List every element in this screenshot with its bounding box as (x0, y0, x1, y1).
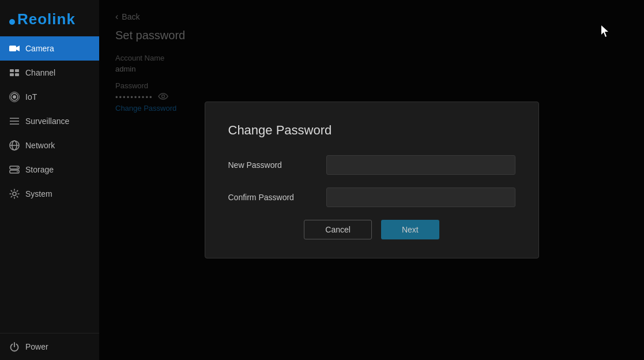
power-icon (9, 342, 20, 352)
confirm-password-input[interactable] (326, 187, 515, 207)
network-icon (9, 140, 20, 151)
confirm-password-label: Confirm Password (228, 193, 326, 202)
svg-rect-4 (10, 73, 14, 76)
sidebar-item-network-label: Network (25, 141, 55, 150)
svg-point-18 (17, 171, 18, 172)
svg-point-17 (17, 167, 18, 168)
confirm-password-field: Confirm Password (228, 187, 515, 207)
svg-rect-5 (15, 73, 19, 76)
power-label: Power (25, 342, 48, 351)
sidebar: Reolink Camera Channel (0, 0, 99, 360)
sidebar-item-iot-label: IoT (25, 92, 37, 102)
modal-overlay: Change Password New Password Confirm Pas… (99, 0, 644, 360)
power-button[interactable]: Power (9, 342, 90, 352)
modal-title: Change Password (228, 123, 515, 138)
new-password-field: New Password (228, 155, 515, 175)
storage-icon (9, 164, 20, 175)
svg-rect-3 (15, 69, 19, 72)
new-password-input[interactable] (326, 155, 515, 175)
svg-point-6 (13, 95, 16, 99)
svg-rect-0 (9, 46, 16, 51)
sidebar-item-system-label: System (25, 189, 52, 198)
surveillance-icon (9, 116, 20, 126)
new-password-label: New Password (228, 160, 326, 170)
camera-icon (9, 43, 20, 54)
sidebar-bottom: Power (0, 333, 99, 360)
cancel-button[interactable]: Cancel (304, 220, 372, 239)
next-button[interactable]: Next (381, 220, 439, 239)
sidebar-item-storage-label: Storage (25, 165, 54, 174)
change-password-modal: Change Password New Password Confirm Pas… (205, 102, 539, 258)
sidebar-item-storage[interactable]: Storage (0, 158, 99, 182)
sidebar-item-channel[interactable]: Channel (0, 61, 99, 85)
sidebar-item-surveillance-label: Surveillance (25, 117, 69, 126)
channel-icon (9, 68, 20, 78)
main-content: ‹ Back Set password Account Name admin P… (99, 0, 644, 360)
sidebar-item-surveillance[interactable]: Surveillance (0, 109, 99, 133)
sidebar-item-iot[interactable]: IoT (0, 85, 99, 109)
sidebar-item-camera-label: Camera (25, 44, 54, 53)
iot-icon (9, 92, 20, 102)
system-icon (9, 189, 20, 199)
sidebar-item-channel-label: Channel (25, 68, 55, 77)
sidebar-item-network[interactable]: Network (0, 133, 99, 158)
sidebar-item-camera[interactable]: Camera (0, 36, 99, 61)
modal-actions: Cancel Next (228, 220, 515, 239)
svg-rect-2 (10, 69, 14, 72)
svg-point-19 (13, 192, 16, 196)
sidebar-item-system[interactable]: System (0, 182, 99, 206)
sidebar-nav: Camera Channel Io (0, 36, 99, 333)
svg-marker-1 (16, 46, 20, 51)
logo: Reolink (0, 0, 99, 36)
